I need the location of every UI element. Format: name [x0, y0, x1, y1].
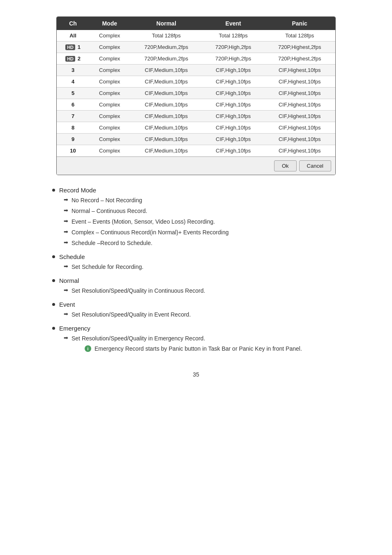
bullet-title-text: Event: [59, 301, 75, 308]
arrow-icon: ➡: [64, 287, 68, 293]
sub-item: ➡Set Resolution/Speed/Quality in Continu…: [64, 287, 340, 295]
cell-normal: CIF,Medium,10fps: [130, 134, 203, 145]
cell-normal: CIF,Medium,10fps: [130, 65, 203, 76]
arrow-icon: ➡: [64, 229, 68, 235]
cell-event: Total 128fps: [203, 30, 264, 42]
table-header-event: Event: [203, 17, 264, 30]
arrow-icon: ➡: [64, 311, 68, 317]
sub-item-text: Set Resolution/Speed/Quality in Continuo…: [71, 287, 205, 295]
bullet-main-item: Normal➡Set Resolution/Speed/Quality in C…: [52, 277, 340, 295]
sub-item: ➡No Record – Not Recording: [64, 196, 340, 205]
sub-text: Set Resolution/Speed/Quality in Continuo…: [71, 287, 205, 294]
table-body: AllComplexTotal 128fpsTotal 128fpsTotal …: [57, 30, 335, 157]
cell-mode: Complex: [89, 122, 130, 134]
ok-button[interactable]: Ok: [274, 160, 297, 171]
sub-item-text: Schedule –Record to Schedule.: [71, 239, 152, 247]
cell-mode: Complex: [89, 53, 130, 65]
cell-normal: CIF,Medium,10fps: [130, 76, 203, 88]
sub-list: ➡Set Resolution/Speed/Quality in Emergen…: [64, 334, 340, 355]
bullet-title-text: Schedule: [59, 253, 85, 260]
sub-item: ➡Set Resolution/Speed/Quality in Emergen…: [64, 334, 340, 355]
cell-event: CIF,High,10fps: [203, 134, 264, 145]
sub-text: Set Resolution/Speed/Quality in Emergenc…: [71, 335, 205, 342]
cell-mode: Complex: [89, 145, 130, 157]
table-header-panic: Panic: [264, 17, 335, 30]
table-header-normal: Normal: [130, 17, 203, 30]
sub-list: ➡No Record – Not Recording➡Normal – Cont…: [64, 196, 340, 247]
cell-normal: CIF,Medium,10fps: [130, 122, 203, 134]
sub-list: ➡Set Resolution/Speed/Quality in Continu…: [64, 287, 340, 295]
info-circle-icon: i: [85, 345, 91, 352]
cell-panic: CIF,Highest,10fps: [264, 145, 335, 157]
sub-item-text: Set Schedule for Recording.: [71, 263, 143, 271]
bullet-dot-icon: [52, 279, 55, 282]
cell-normal: CIF,Medium,10fps: [130, 111, 203, 122]
cell-panic: 720P,Highest,2fps: [264, 53, 335, 65]
bullet-main-item: Schedule➡Set Schedule for Recording.: [52, 253, 340, 271]
sub-sub-list: iEmergency Record starts by Panic button…: [85, 345, 302, 353]
sub-item-text: Complex – Continuous Record(in Normal)+ …: [71, 228, 228, 237]
table-row: 8ComplexCIF,Medium,10fpsCIF,High,10fpsCI…: [57, 122, 335, 134]
bullet-dot-icon: [52, 327, 55, 330]
cell-ch: 6: [57, 99, 89, 111]
content-section: Record Mode➡No Record – Not Recording➡No…: [52, 187, 340, 355]
cell-normal: CIF,Medium,10fps: [130, 145, 203, 157]
arrow-icon: ➡: [64, 207, 68, 213]
sub-sub-text: Emergency Record starts by Panic button …: [95, 345, 302, 353]
cell-ch: All: [57, 30, 89, 42]
cancel-button[interactable]: Cancel: [299, 160, 331, 171]
cell-panic: CIF,Highest,10fps: [264, 99, 335, 111]
cell-panic: CIF,Highest,10fps: [264, 134, 335, 145]
cell-ch: 4: [57, 76, 89, 88]
sub-item-text: Set Resolution/Speed/Quality in Emergenc…: [71, 334, 302, 355]
sub-item: ➡Set Schedule for Recording.: [64, 263, 340, 271]
bullet-dot-icon: [52, 303, 55, 306]
sub-item: ➡Set Resolution/Speed/Quality in Event R…: [64, 310, 340, 319]
cell-ch: 9: [57, 134, 89, 145]
sub-text: Schedule –Record to Schedule.: [71, 240, 152, 246]
sub-list: ➡Set Schedule for Recording.: [64, 263, 340, 271]
table-button-row: Ok Cancel: [57, 157, 335, 175]
cell-mode: Complex: [89, 42, 130, 53]
cell-mode: Complex: [89, 99, 130, 111]
cell-ch: HD 2: [57, 53, 89, 65]
sub-item: ➡Event – Events (Motion, Sensor, Video L…: [64, 217, 340, 226]
record-table-container: ChModeNormalEventPanic AllComplexTotal 1…: [56, 16, 336, 175]
bullet-dot-icon: [52, 189, 55, 192]
table-row: HD 2Complex720P,Medium,2fps720P,High,2fp…: [57, 53, 335, 65]
cell-normal: CIF,Medium,10fps: [130, 88, 203, 99]
arrow-icon: ➡: [64, 335, 68, 341]
table-row: 9ComplexCIF,Medium,10fpsCIF,High,10fpsCI…: [57, 134, 335, 145]
cell-normal: Total 128fps: [130, 30, 203, 42]
sub-text: Event – Events (Motion, Sensor, Video Lo…: [71, 218, 215, 225]
cell-event: CIF,High,10fps: [203, 122, 264, 134]
cell-mode: Complex: [89, 30, 130, 42]
cell-ch: 10: [57, 145, 89, 157]
cell-panic: CIF,Highest,10fps: [264, 76, 335, 88]
table-row: 4ComplexCIF,Medium,10fpsCIF,High,10fpsCI…: [57, 76, 335, 88]
cell-event: 720P,High,2fps: [203, 42, 264, 53]
sub-item-text: Normal – Continuous Record.: [71, 207, 147, 215]
cell-panic: Total 128fps: [264, 30, 335, 42]
cell-ch: HD 1: [57, 42, 89, 53]
sub-text: Normal – Continuous Record.: [71, 208, 147, 214]
bullet-title-text: Record Mode: [59, 187, 96, 194]
table-row: AllComplexTotal 128fpsTotal 128fpsTotal …: [57, 30, 335, 42]
table-header-row: ChModeNormalEventPanic: [57, 17, 335, 30]
arrow-icon: ➡: [64, 197, 68, 203]
arrow-icon: ➡: [64, 239, 68, 245]
bullet-main-item: Emergency➡Set Resolution/Speed/Quality i…: [52, 325, 340, 355]
cell-normal: 720P,Medium,2fps: [130, 53, 203, 65]
sub-item-text: Event – Events (Motion, Sensor, Video Lo…: [71, 217, 215, 226]
cell-event: CIF,High,10fps: [203, 76, 264, 88]
table-row: 5ComplexCIF,Medium,10fpsCIF,High,10fpsCI…: [57, 88, 335, 99]
bullet-title-text: Normal: [59, 277, 79, 284]
cell-normal: CIF,Medium,10fps: [130, 99, 203, 111]
bullet-dot-icon: [52, 255, 55, 258]
table-header-ch: Ch: [57, 17, 89, 30]
sub-item: ➡Schedule –Record to Schedule.: [64, 239, 340, 247]
sub-item-text: No Record – Not Recording: [71, 196, 142, 205]
sub-item: ➡Normal – Continuous Record.: [64, 207, 340, 215]
cell-normal: 720P,Medium,2fps: [130, 42, 203, 53]
sub-item: ➡Complex – Continuous Record(in Normal)+…: [64, 228, 340, 237]
